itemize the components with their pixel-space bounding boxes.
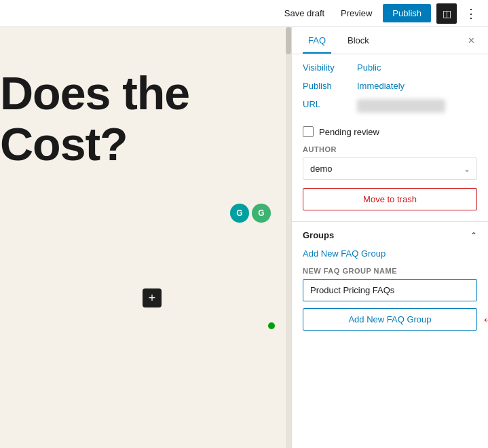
tab-block[interactable]: Block xyxy=(342,27,375,54)
arrow-indicator: ← xyxy=(481,311,488,329)
pending-review-label: Pending review xyxy=(319,127,379,137)
avatar-1-initial: G xyxy=(236,208,242,218)
groups-body: Add New FAQ Group NEW FAQ GROUP NAME Add… xyxy=(292,248,488,341)
main-area: Does the Cost? G G + FAQ xyxy=(0,27,488,448)
scroll-thumb[interactable] xyxy=(286,27,291,54)
avatar-2: G xyxy=(252,204,271,223)
publish-row: Publish Immediately xyxy=(292,81,488,99)
author-select[interactable]: demo xyxy=(303,157,477,180)
editor-content: Does the Cost? xyxy=(0,27,291,190)
add-block-icon: + xyxy=(149,291,156,305)
url-row: URL xyxy=(292,99,488,121)
publish-button[interactable]: Publish xyxy=(383,4,431,22)
visibility-value[interactable]: Public xyxy=(357,62,381,73)
add-new-faq-group-link[interactable]: Add New FAQ Group xyxy=(303,248,477,259)
page-heading: Does the Cost? xyxy=(0,68,271,170)
pending-review-checkbox[interactable] xyxy=(303,126,314,137)
avatar-1: G xyxy=(230,204,249,223)
publish-label: Publish xyxy=(303,81,357,91)
chevron-up-icon: ⌃ xyxy=(470,231,477,240)
more-options-button[interactable]: ⋮ xyxy=(462,3,480,24)
move-to-trash-button[interactable]: Move to trash xyxy=(303,188,477,210)
vertical-scrollbar[interactable] xyxy=(286,27,291,448)
add-block-button[interactable]: + xyxy=(143,288,162,307)
more-options-icon: ⋮ xyxy=(465,7,477,20)
green-status-dot xyxy=(268,322,275,329)
sidebar-tabs: FAQ Block × xyxy=(292,27,488,54)
sidebar-close-button[interactable]: × xyxy=(466,32,477,50)
new-group-name-label: NEW FAQ GROUP NAME xyxy=(303,267,477,275)
save-draft-button[interactable]: Save draft xyxy=(279,5,330,21)
pending-review-row: Pending review xyxy=(292,121,488,145)
editor-area: Does the Cost? G G + xyxy=(0,27,291,448)
url-value xyxy=(357,99,445,113)
preview-button[interactable]: Preview xyxy=(335,5,377,21)
heading-line1: Does the xyxy=(0,68,271,119)
heading-line2: Cost? xyxy=(0,119,271,170)
tab-faq[interactable]: FAQ xyxy=(303,27,331,54)
new-faq-group-name-input[interactable] xyxy=(303,279,477,301)
author-select-wrapper: demo ⌄ xyxy=(303,157,477,180)
red-arrow-icon: ← xyxy=(481,311,488,329)
add-group-btn-wrapper: Add New FAQ Group ← xyxy=(303,308,477,331)
close-icon: × xyxy=(468,35,474,46)
toolbar: Save draft Preview Publish ◫ ⋮ xyxy=(0,0,488,27)
groups-section-header[interactable]: Groups ⌃ xyxy=(292,221,488,248)
layout-toggle-button[interactable]: ◫ xyxy=(436,3,457,24)
add-new-faq-group-button[interactable]: Add New FAQ Group xyxy=(303,308,477,331)
visibility-label: Visibility xyxy=(303,62,357,73)
visibility-row: Visibility Public xyxy=(292,54,488,81)
layout-icon: ◫ xyxy=(443,8,451,19)
avatar-2-initial: G xyxy=(258,208,264,218)
groups-title: Groups xyxy=(303,230,334,240)
author-section-label: AUTHOR xyxy=(292,145,488,157)
sidebar: FAQ Block × Visibility Public Publish Im… xyxy=(291,27,488,448)
collaborator-avatars: G G xyxy=(230,204,271,223)
publish-value[interactable]: Immediately xyxy=(357,81,405,91)
url-label: URL xyxy=(303,99,357,109)
